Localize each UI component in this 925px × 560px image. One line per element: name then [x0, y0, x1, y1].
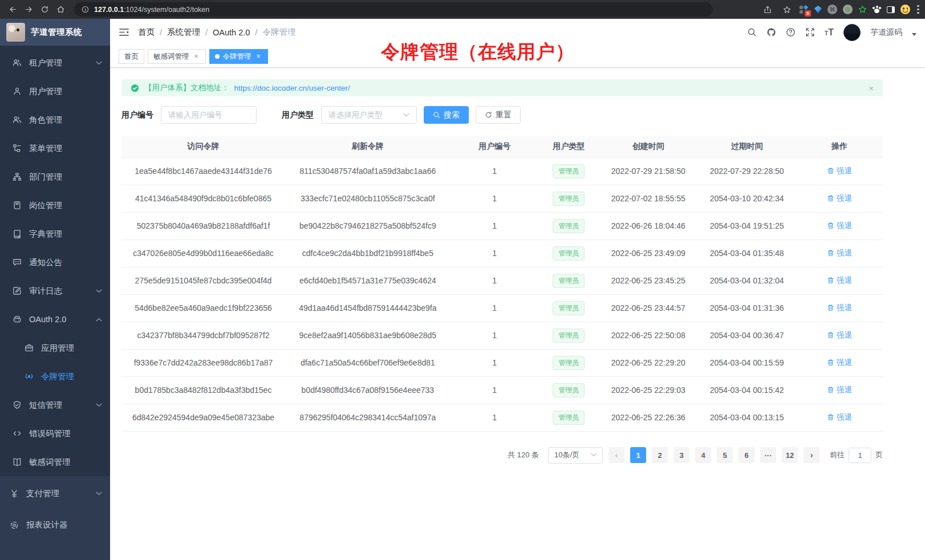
force-logout-button[interactable]: 强退	[827, 248, 852, 258]
page-button-1[interactable]: 1	[630, 447, 646, 463]
tab-label: 令牌管理	[223, 52, 251, 62]
org-chart-icon	[13, 172, 22, 181]
search-button[interactable]: 搜索	[424, 106, 469, 124]
page-size-select[interactable]: 10条/页	[548, 447, 603, 464]
reset-button[interactable]: 重置	[476, 106, 521, 124]
sidebar-item-oauth2-app[interactable]: 应用管理	[0, 334, 110, 362]
force-logout-button[interactable]: 强退	[827, 166, 852, 176]
tab-home[interactable]: 首页	[119, 49, 144, 64]
url-path: :1024/system/oauth2/token	[124, 6, 209, 14]
username[interactable]: 芋道源码	[870, 27, 902, 38]
sidebar-item-tenant[interactable]: 租户管理	[0, 48, 110, 77]
access-token: b0d1785bc3a8482f812db4a3f3bd15ec	[121, 376, 285, 404]
search-icon[interactable]	[747, 27, 757, 37]
bookmark-star-icon[interactable]	[780, 3, 794, 17]
close-icon[interactable]: ×	[255, 52, 262, 60]
green-star-extension-icon[interactable]	[858, 5, 867, 14]
sidebar-item-post[interactable]: 岗位管理	[0, 191, 110, 220]
total-count: 共 120 条	[508, 450, 539, 460]
breadcrumb-oauth2[interactable]: OAuth 2.0	[213, 28, 250, 37]
extension-grid-icon[interactable]: 9	[800, 5, 809, 14]
access-token: 41c41346a548490f9dc8b01c6bfe0865	[121, 185, 285, 212]
trash-icon	[827, 222, 834, 229]
sidebar-item-label: OAuth 2.0	[29, 315, 66, 324]
table-row: 41c41346a548490f9dc8b01c6bfe0865333ecfc7…	[121, 185, 883, 212]
force-logout-button[interactable]: 强退	[827, 193, 852, 204]
sidebar-item-role[interactable]: 角色管理	[0, 105, 110, 134]
doc-link[interactable]: https://doc.iocoder.cn/user-center/	[234, 84, 350, 92]
tab-label: 首页	[124, 52, 139, 62]
more-pages-button[interactable]: ···	[760, 447, 776, 463]
profile-emoji-avatar[interactable]	[900, 5, 910, 14]
created-time: 2022-06-25 23:44:57	[599, 294, 698, 322]
user-type-badge: 管理员	[553, 356, 585, 370]
sidebar-item-menu[interactable]: 菜单管理	[0, 134, 110, 163]
sidebar-item-dept[interactable]: 部门管理	[0, 163, 110, 191]
expire-time: 2054-03-04 19:51:25	[698, 212, 796, 240]
force-logout-label: 强退	[837, 193, 852, 204]
page-button-6[interactable]: 6	[739, 447, 754, 463]
refresh-token: 49d1aa46d1454fbd87591444423be9fa	[285, 294, 451, 322]
recorder-extension-icon[interactable]	[843, 5, 853, 14]
sidebar-item-sms[interactable]: 短信管理	[0, 391, 110, 419]
page-button-2[interactable]: 2	[652, 447, 668, 463]
user-avatar[interactable]	[843, 24, 861, 41]
gem-extension-icon[interactable]	[814, 6, 822, 13]
force-logout-button[interactable]: 强退	[827, 303, 852, 313]
side-panel-icon[interactable]	[887, 6, 895, 13]
sidebar-item-oauth2-token[interactable]: 令牌管理	[0, 362, 110, 391]
user-id-input[interactable]	[161, 106, 257, 124]
app-logo[interactable]: 芋道管理系统	[0, 19, 110, 46]
sidebar-item-user[interactable]: 用户管理	[0, 77, 110, 105]
site-info-icon[interactable]	[82, 6, 89, 13]
close-icon[interactable]: ×	[193, 52, 200, 60]
col-access-token: 访问令牌	[121, 136, 285, 157]
tab-token[interactable]: 令牌管理×	[209, 49, 268, 64]
access-token: 1ea5e44f8bc1467aaede43144f31de76	[121, 157, 285, 185]
sidebar-item-dict[interactable]: 字典管理	[0, 220, 110, 248]
page-button-5[interactable]: 5	[717, 447, 733, 463]
browser-home-button[interactable]	[54, 3, 67, 17]
next-page-button[interactable]: ›	[804, 447, 819, 463]
breadcrumb-home[interactable]: 首页	[138, 27, 155, 38]
share-icon[interactable]	[761, 3, 774, 17]
sidebar-item-notice[interactable]: 通知公告	[0, 248, 110, 277]
browser-reload-button[interactable]	[38, 3, 51, 17]
sidebar-item-error-code[interactable]: 错误码管理	[0, 419, 110, 448]
font-size-icon[interactable]	[825, 27, 834, 38]
page-button-3[interactable]: 3	[674, 447, 689, 463]
sidebar-item-audit-log[interactable]: 审计日志	[0, 277, 110, 305]
breadcrumb-system[interactable]: 系统管理	[167, 27, 200, 38]
sidebar-item-sensitive-word[interactable]: 敏感词管理	[0, 448, 110, 476]
caret-down-icon[interactable]	[912, 33, 916, 36]
sidebar-item-oauth2[interactable]: OAuth 2.0	[0, 305, 110, 334]
help-icon[interactable]	[786, 27, 796, 37]
page-button-4[interactable]: 4	[695, 447, 711, 463]
command-extension-icon[interactable]: ⌘	[827, 5, 837, 14]
tab-sensitive-word[interactable]: 敏感词管理×	[148, 49, 206, 64]
force-logout-button[interactable]: 强退	[827, 412, 852, 423]
browser-menu-icon[interactable]	[917, 5, 919, 14]
sidebar-item-report-designer[interactable]: 报表设计器	[0, 509, 110, 541]
prev-page-button[interactable]: ‹	[608, 447, 624, 463]
user-type-badge: 管理员	[553, 328, 585, 343]
sidebar-collapse-icon[interactable]	[119, 27, 129, 37]
table-row: c347026e805e4d99b0d116eae66eda8ccdfc4ce9…	[121, 240, 883, 267]
paw-extension-icon[interactable]	[873, 6, 881, 13]
browser-back-button[interactable]	[6, 3, 19, 17]
browser-forward-button[interactable]	[22, 3, 35, 17]
force-logout-button[interactable]: 强退	[827, 221, 852, 231]
page-button-12[interactable]: 12	[782, 447, 798, 463]
user-type-select[interactable]: 请选择用户类型	[321, 106, 417, 124]
trash-icon	[827, 167, 834, 175]
sidebar-item-pay[interactable]: 支付管理	[0, 478, 110, 509]
address-bar[interactable]: 127.0.0.1:1024/system/oauth2/token	[74, 2, 713, 17]
force-logout-button[interactable]: 强退	[827, 330, 852, 340]
goto-page-input[interactable]	[849, 448, 871, 463]
force-logout-button[interactable]: 强退	[827, 358, 852, 368]
fullscreen-icon[interactable]	[805, 27, 815, 37]
force-logout-button[interactable]: 强退	[827, 385, 852, 395]
force-logout-button[interactable]: 强退	[827, 275, 852, 286]
close-icon[interactable]: ×	[869, 83, 874, 93]
github-icon[interactable]	[766, 27, 776, 37]
